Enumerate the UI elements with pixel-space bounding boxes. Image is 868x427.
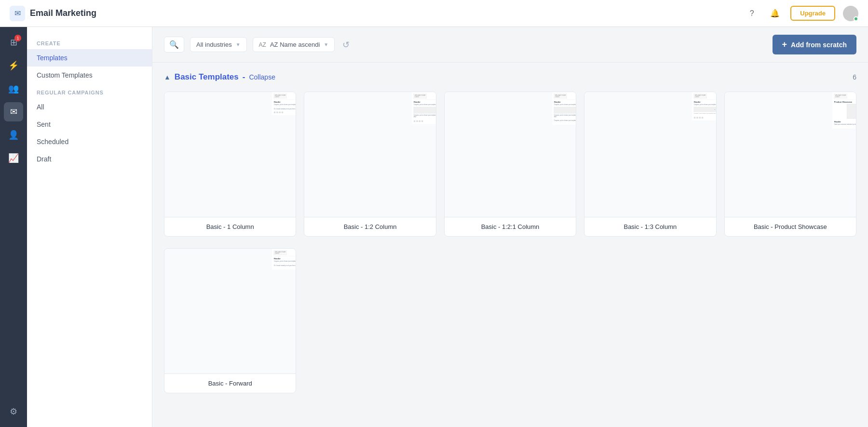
template-name-basic-121col: Basic - 1:2:1 Column: [445, 217, 576, 236]
app-title: Email Marketing: [30, 8, 96, 18]
content-scroll: ▲ Basic Templates - Collapse 6 UPLOAD YO…: [152, 63, 868, 414]
template-card-basic-1col[interactable]: UPLOAD YOURLOGO ✉ Header Congrats, you'v…: [164, 92, 296, 237]
rail-user[interactable]: 👤: [4, 125, 23, 145]
sidebar-item-scheduled[interactable]: Scheduled: [27, 133, 152, 150]
chevron-up-icon: ▲: [164, 73, 171, 81]
sidebar-item-draft[interactable]: Draft: [27, 150, 152, 168]
upgrade-button[interactable]: Upgrade: [790, 6, 835, 21]
content-area: 🔍 All industries ▼ AZ AZ Name ascendi ▼ …: [152, 27, 868, 427]
template-card-basic-13col[interactable]: UPLOAD YOURLOGO ✉ Header Congrats, you'v…: [584, 92, 716, 237]
rail-contacts[interactable]: 👥: [4, 79, 23, 98]
create-label: CREATE: [27, 35, 152, 49]
contacts-icon: 👥: [8, 83, 19, 94]
sort-filter[interactable]: AZ AZ Name ascendi ▼: [253, 37, 335, 52]
add-from-scratch-label: Add from scratch: [791, 41, 847, 49]
sidebar: CREATE Templates Custom Templates REGULA…: [27, 27, 152, 427]
template-card-basic-forward[interactable]: UPLOAD YOURLOGO ✉→ Header Congrats, you'…: [164, 248, 296, 393]
notifications-button[interactable]: 🔔: [767, 6, 783, 21]
help-button[interactable]: ?: [744, 6, 760, 21]
template-preview-basic-121col: UPLOAD YOURLOGO ✉ Header Congrats, you'v…: [445, 92, 576, 217]
template-card-basic-121col[interactable]: UPLOAD YOURLOGO ✉ Header Congrats, you'v…: [444, 92, 576, 237]
collapse-link[interactable]: Collapse: [249, 73, 275, 81]
sort-filter-label: AZ Name ascendi: [270, 41, 320, 48]
top-nav-left: ✉ Email Marketing: [10, 6, 744, 21]
user-icon: 👤: [8, 130, 19, 140]
chevron-down-icon: ▼: [236, 42, 241, 47]
templates-grid: UPLOAD YOURLOGO ✉ Header Congrats, you'v…: [164, 92, 856, 237]
rail-settings[interactable]: ⚙: [4, 402, 23, 421]
top-nav: ✉ Email Marketing ? 🔔 Upgrade: [0, 0, 868, 27]
template-name-basic-13col: Basic - 1:3 Column: [584, 217, 716, 236]
rail-apps[interactable]: ⚡: [4, 56, 23, 75]
template-card-basic-product[interactable]: UPLOAD YOURLOGO ✉ Product Showcase 🛒 Add…: [724, 92, 856, 237]
template-name-basic-12col: Basic - 1:2 Column: [304, 217, 435, 236]
template-preview-basic-product: UPLOAD YOURLOGO ✉ Product Showcase 🛒 Add…: [725, 92, 856, 217]
sidebar-item-templates[interactable]: Templates: [27, 49, 152, 67]
avatar-online-dot: [854, 16, 858, 21]
search-box[interactable]: 🔍: [164, 37, 184, 53]
apps-icon: ⚡: [8, 60, 19, 71]
email-icon: ✉: [10, 107, 17, 117]
app-icon: ✉: [10, 6, 25, 21]
template-preview-basic-13col: UPLOAD YOURLOGO ✉ Header Congrats, you'v…: [584, 92, 716, 217]
templates-grid-row2: UPLOAD YOURLOGO ✉→ Header Congrats, you'…: [164, 248, 856, 393]
top-nav-right: ? 🔔 Upgrade: [744, 6, 858, 21]
industry-filter-label: All industries: [196, 41, 232, 48]
template-name-basic-1col: Basic - 1 Column: [164, 217, 296, 236]
section-title: Basic Templates: [175, 72, 239, 82]
template-name-basic-product: Basic - Product Showcase: [725, 217, 856, 236]
plus-icon: +: [782, 40, 787, 50]
template-preview-basic-12col: UPLOAD YOURLOGO ✉ Header Congrats, you'v…: [304, 92, 435, 217]
notification-badge: 1: [14, 35, 21, 41]
regular-campaigns-label: REGULAR CAMPAIGNS: [27, 84, 152, 98]
main-layout: ⊞ 1 ⚡ 👥 ✉ 👤 📈 ⚙ CREATE Templates Custom …: [0, 27, 868, 427]
icon-rail: ⊞ 1 ⚡ 👥 ✉ 👤 📈 ⚙: [0, 27, 27, 427]
search-icon: 🔍: [169, 40, 179, 49]
rail-email[interactable]: ✉: [4, 102, 23, 121]
content-toolbar: 🔍 All industries ▼ AZ AZ Name ascendi ▼ …: [152, 27, 868, 63]
rail-home[interactable]: ⊞ 1: [4, 33, 23, 52]
refresh-icon: ↺: [342, 40, 350, 50]
template-preview-basic-forward: UPLOAD YOURLOGO ✉→ Header Congrats, you'…: [164, 249, 296, 374]
collapse-button[interactable]: ▲: [164, 73, 171, 81]
settings-icon: ⚙: [10, 406, 17, 417]
sidebar-item-all[interactable]: All: [27, 98, 152, 116]
reset-button[interactable]: ↺: [340, 38, 352, 52]
basic-templates-section-header: ▲ Basic Templates - Collapse 6: [164, 72, 856, 82]
sidebar-item-custom-templates[interactable]: Custom Templates: [27, 67, 152, 84]
sort-az-icon: AZ: [259, 41, 266, 48]
avatar[interactable]: [843, 6, 858, 21]
template-preview-basic-1col: UPLOAD YOURLOGO ✉ Header Congrats, you'v…: [164, 92, 296, 217]
template-name-basic-forward: Basic - Forward: [164, 374, 296, 393]
add-from-scratch-button[interactable]: + Add from scratch: [773, 35, 856, 54]
template-card-basic-12col[interactable]: UPLOAD YOURLOGO ✉ Header Congrats, you'v…: [304, 92, 436, 237]
sort-chevron-icon: ▼: [324, 42, 328, 47]
industry-filter[interactable]: All industries ▼: [190, 37, 247, 52]
sidebar-item-sent[interactable]: Sent: [27, 116, 152, 133]
rail-analytics[interactable]: 📈: [4, 148, 23, 168]
analytics-icon: 📈: [8, 153, 19, 163]
section-count: 6: [853, 73, 856, 81]
